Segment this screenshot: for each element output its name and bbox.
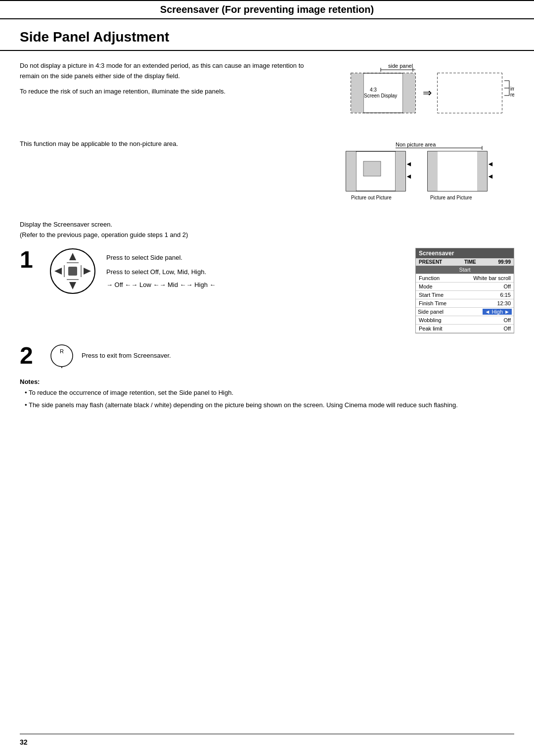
step2-instruction: Press to exit from Screensaver. — [82, 350, 171, 361]
step1-line2: Press to select Off, Low, Mid, High. — [106, 266, 216, 278]
svg-rect-40 — [68, 267, 77, 276]
svg-rect-23 — [346, 151, 356, 191]
diagram1-svg: side panel 4:3 Screen Display ⇒ — [336, 61, 514, 128]
screensaver-menu: Screensaver PRESENT TIME 99:99 StartFunc… — [415, 248, 514, 333]
diagram2-svg: Non picture area ◄ ◄ Pict — [336, 139, 514, 208]
col-present: PRESENT — [419, 259, 442, 265]
side-panel-value: ◄ High ► — [483, 309, 512, 315]
svg-rect-24 — [396, 151, 405, 191]
svg-text:R: R — [60, 348, 64, 354]
svg-text:Non picture area: Non picture area — [396, 142, 436, 147]
menu-row-start: Start — [416, 266, 514, 274]
svg-text:◄: ◄ — [405, 160, 412, 168]
note-item: To reduce the occurrence of image retent… — [20, 388, 514, 398]
page-container: Screensaver (For preventing image retent… — [0, 0, 534, 756]
step1-row: 1 — [20, 248, 514, 333]
svg-rect-6 — [403, 73, 415, 113]
svg-text:image: image — [510, 86, 514, 92]
middle-section: This function may be applicable to the n… — [20, 139, 514, 210]
label-side-panel: side panel — [388, 63, 413, 69]
svg-text:◄: ◄ — [487, 172, 494, 180]
page-number: 32 — [20, 738, 28, 746]
svg-marker-37 — [69, 282, 76, 289]
content: Do not display a picture in 4:3 mode for… — [0, 61, 534, 411]
page-title-section: Side Panel Adjustment — [0, 24, 534, 51]
menu-row: Finish Time12:30 — [416, 299, 514, 308]
menu-row: WobblingOff — [416, 316, 514, 325]
step2-content: R Press to exit from Screensaver. — [49, 343, 171, 368]
footer: 32 — [20, 734, 514, 746]
svg-text:Picture out Picture: Picture out Picture — [351, 195, 392, 200]
svg-rect-31 — [438, 151, 477, 191]
note-item: The side panels may flash (alternate bla… — [20, 400, 514, 411]
menu-row: FunctionWhite bar scroll — [416, 274, 514, 283]
svg-text:Screen Display: Screen Display — [364, 93, 397, 98]
svg-rect-5 — [351, 73, 363, 113]
menu-row-side-panel: Side panel◄ High ► — [416, 308, 514, 316]
page-title: Side Panel Adjustment — [20, 29, 514, 45]
middle-paragraph: This function may be applicable to the n… — [20, 139, 321, 149]
col-time-val: 99:99 — [498, 259, 511, 265]
svg-marker-39 — [84, 268, 91, 275]
remote-control-2: R — [49, 343, 74, 368]
header-bar: Screensaver (For preventing image retent… — [0, 0, 534, 19]
menu-header: PRESENT TIME 99:99 — [416, 258, 514, 266]
step1-number: 1 — [20, 248, 40, 272]
svg-text:⇒: ⇒ — [423, 87, 432, 99]
top-paragraph2: To reduce the risk of such an image rete… — [20, 87, 321, 97]
step2-row: 2 R Press to exit from Screensaver. — [20, 343, 514, 368]
svg-text:◄: ◄ — [405, 172, 412, 180]
svg-text:4:3: 4:3 — [370, 87, 377, 93]
svg-marker-36 — [69, 253, 76, 260]
step1-arrow-line: → Off ←→ Low ←→ Mid ←→ High ← — [106, 279, 216, 290]
remote-control-1 — [49, 248, 96, 295]
svg-text:retention: retention — [510, 92, 514, 97]
svg-text:◄: ◄ — [487, 160, 494, 168]
step1-content: Press to select Side panel. Press to sel… — [49, 248, 405, 295]
menu-row: ModeOff — [416, 283, 514, 291]
display-line2: (Refer to the previous page, operation g… — [20, 230, 514, 240]
svg-rect-11 — [438, 73, 502, 113]
step2-number: 2 — [20, 344, 40, 368]
top-diagram: side panel 4:3 Screen Display ⇒ — [336, 61, 514, 129]
menu-row: Start Time6:15 — [416, 291, 514, 299]
steps-section: 1 — [20, 248, 514, 368]
svg-marker-38 — [54, 268, 62, 275]
side-panel-label: Side panel — [418, 309, 444, 315]
top-section: Do not display a picture in 4:3 mode for… — [20, 61, 514, 129]
notes-section: Notes: To reduce the occurrence of image… — [20, 378, 514, 411]
svg-rect-25 — [363, 161, 381, 176]
menu-rows: StartFunctionWhite bar scrollModeOffStar… — [416, 266, 514, 333]
notes-items: To reduce the occurrence of image retent… — [20, 388, 514, 411]
step1-line1: Press to select Side panel. — [106, 252, 216, 263]
step1-instructions: Press to select Side panel. Press to sel… — [106, 252, 216, 291]
header-title: Screensaver (For preventing image retent… — [20, 4, 514, 15]
menu-row: Peak limitOff — [416, 325, 514, 333]
display-instruction: Display the Screensaver screen. (Refer t… — [20, 220, 514, 240]
diagram2: Non picture area ◄ ◄ Pict — [336, 139, 514, 210]
menu-title: Screensaver — [416, 248, 514, 258]
top-paragraph1: Do not display a picture in 4:3 mode for… — [20, 61, 321, 82]
display-line1: Display the Screensaver screen. — [20, 220, 514, 230]
svg-text:Picture and Picture: Picture and Picture — [430, 195, 472, 200]
col-time: TIME — [464, 259, 476, 265]
notes-title: Notes: — [20, 378, 514, 385]
top-text: Do not display a picture in 4:3 mode for… — [20, 61, 321, 129]
middle-text: This function may be applicable to the n… — [20, 139, 321, 149]
